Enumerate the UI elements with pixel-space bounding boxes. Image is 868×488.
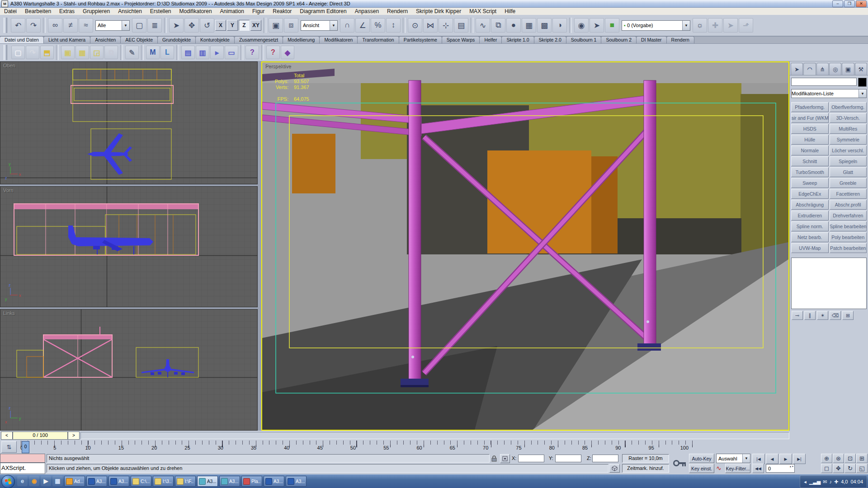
script-listener-icon[interactable]: L xyxy=(160,46,174,59)
render-setup-icon[interactable]: ▦ xyxy=(522,18,536,33)
selection-lock-icon[interactable] xyxy=(491,455,497,463)
axis-constraint-button[interactable]: XY xyxy=(250,20,261,31)
chevron-down-icon[interactable]: ▼ xyxy=(682,21,690,30)
modifier-button[interactable]: TurboSmooth xyxy=(791,167,829,177)
save-incremental-icon[interactable]: ◲ xyxy=(90,46,104,59)
close-button[interactable]: ✕ xyxy=(856,0,867,7)
spinner-snap-icon[interactable]: ↕ xyxy=(386,18,401,33)
key-filters-button[interactable]: Key-Filter... xyxy=(725,464,750,473)
light-lister-icon[interactable]: ☼ xyxy=(693,18,707,33)
menu-item[interactable]: Diagramm Editoren xyxy=(296,8,350,15)
taskbar-button[interactable]: A3... xyxy=(86,476,107,487)
taskbar-button[interactable]: C:\... xyxy=(131,476,151,487)
window-crossing-icon[interactable]: ≣ xyxy=(147,18,162,33)
pointer-grayed-icon[interactable]: ➤ xyxy=(723,18,738,33)
shelf-tab[interactable]: Konturobjekte xyxy=(195,36,235,43)
menu-item[interactable]: Gruppieren xyxy=(79,8,114,15)
modifier-button[interactable]: HSDS xyxy=(791,124,829,134)
maximize-viewport-toggle-icon[interactable]: ◱ xyxy=(856,464,868,473)
maxscript-mini-listener[interactable]: AXScript. xyxy=(0,463,45,474)
play-button[interactable]: ▶ xyxy=(779,454,792,464)
viewport-front[interactable]: Vorn xyxy=(0,186,258,307)
show-end-result-icon[interactable]: ∥ xyxy=(804,311,816,320)
absolute-offset-toggle[interactable] xyxy=(500,454,510,463)
new-script-icon[interactable]: ▤ xyxy=(181,46,195,59)
modifier-button[interactable]: MultiRes xyxy=(830,124,867,134)
modifier-button[interactable]: Netz bearb. xyxy=(791,232,829,242)
modifier-list-dropdown[interactable]: Modifikatoren-Liste ▼ xyxy=(791,89,867,98)
new-scene-icon[interactable]: ▢ xyxy=(11,46,25,59)
modifier-button[interactable]: Schnitt xyxy=(791,156,829,166)
y-coord-field[interactable] xyxy=(555,455,581,462)
zoom-region-icon[interactable]: ◻ xyxy=(821,464,832,473)
schematic-view-icon[interactable]: ⧉ xyxy=(491,18,505,33)
zoom-extents-all-icon[interactable]: ⊞ xyxy=(856,454,868,463)
display-tab[interactable]: ▣ xyxy=(842,63,854,75)
motion-tab[interactable]: ◎ xyxy=(829,63,841,75)
taskbar-button[interactable]: Pla... xyxy=(241,476,262,487)
shelf-tab[interactable]: Skripte 1.0 xyxy=(501,36,534,43)
modifier-stack-list[interactable] xyxy=(791,258,867,309)
shelf-tab[interactable]: Skripte 2.0 xyxy=(534,36,566,43)
use-pivot-center-icon[interactable]: ⧈ xyxy=(284,18,298,33)
select-and-link-icon[interactable]: ∞ xyxy=(48,18,62,33)
previous-frame-arrow[interactable]: < xyxy=(1,432,13,440)
set-key-button[interactable]: Key einst. xyxy=(689,464,714,473)
reference-coordsys-combo[interactable]: Ansicht ▼ xyxy=(301,20,338,31)
zoom-all-icon[interactable]: ⊛ xyxy=(833,454,844,463)
taskbar-button[interactable]: A3... xyxy=(264,476,284,487)
reference-book-icon[interactable]: ◆ xyxy=(281,46,294,59)
percent-snap-icon[interactable]: % xyxy=(371,18,385,33)
shape-grayed-icon[interactable]: ⬏ xyxy=(739,18,753,33)
snap-toggle-3d-icon[interactable]: ∩ xyxy=(340,18,354,33)
fetch-icon[interactable]: ↷ xyxy=(26,46,39,59)
media-player-icon[interactable]: ▶ xyxy=(41,476,51,486)
pin-panel-icon[interactable]: ✎ xyxy=(125,46,139,59)
previous-frame-button[interactable]: ◀ xyxy=(766,454,778,464)
pan-icon[interactable]: ✥ xyxy=(833,464,844,473)
arc-rotate-icon[interactable]: ↻ xyxy=(844,464,856,473)
menu-item[interactable]: Skripte Dirk Kipper xyxy=(412,8,465,15)
taskbar-button[interactable]: I:\F... xyxy=(175,476,196,487)
add-time-tag[interactable]: Zeitmark. hinzuf. xyxy=(622,464,669,473)
hierarchy-tab[interactable]: ⋔ xyxy=(816,63,829,75)
edit-named-selection-sets-icon[interactable]: ⊙ xyxy=(408,18,422,33)
track-bar-strip[interactable] xyxy=(80,432,789,439)
message-icon[interactable]: ✉ xyxy=(823,479,827,485)
modifier-button[interactable]: Spline bearbeiten xyxy=(830,221,867,231)
shelf-tab[interactable]: AEC Objekte xyxy=(120,36,158,43)
layer-cube-icon[interactable]: ■ xyxy=(605,18,619,33)
taskbar-button[interactable]: A3... xyxy=(108,476,129,487)
chevron-down-icon[interactable]: ▼ xyxy=(742,454,750,463)
shelf-tab[interactable]: Transformation xyxy=(357,36,399,43)
configure-modifier-sets-icon[interactable]: ⊞ xyxy=(842,311,854,320)
taskbar-button[interactable]: I:\3... xyxy=(153,476,174,487)
axis-constraint-button[interactable]: Z xyxy=(239,20,250,31)
auto-key-button[interactable]: Auto-Key xyxy=(689,454,714,463)
shelf-tab[interactable]: Zusammengesetzt xyxy=(234,36,283,43)
shelf-tab[interactable]: Rendern xyxy=(666,36,694,43)
taskbar-button[interactable]: Ad... xyxy=(64,476,85,487)
layer-manager-icon[interactable]: ▤ xyxy=(454,18,468,33)
object-color-swatch[interactable] xyxy=(858,78,867,87)
chevron-down-icon[interactable]: ▼ xyxy=(122,21,129,30)
save-file-icon[interactable]: ▣ xyxy=(61,46,75,59)
time-slider-handle[interactable]: 0 xyxy=(22,441,29,453)
unlink-selection-icon[interactable]: ≠ xyxy=(63,18,78,33)
tray-collapse-icon[interactable]: ◂ xyxy=(804,479,807,485)
go-to-start-button[interactable]: |◀ xyxy=(752,454,765,464)
viewport-top-label[interactable]: Oben xyxy=(3,63,15,68)
z-coord-field[interactable] xyxy=(592,455,618,462)
menu-item[interactable]: MAX Script xyxy=(465,8,500,15)
align-icon[interactable]: ⊹ xyxy=(439,18,453,33)
shelf-tab[interactable]: Soulbourn 2 xyxy=(601,36,637,43)
rectangular-selection-region-icon[interactable]: ▢ xyxy=(132,18,146,33)
taskbar-button[interactable]: A3... xyxy=(286,476,307,487)
pin-stack-icon[interactable]: ⊸ xyxy=(792,311,803,320)
make-unique-icon[interactable]: ✶ xyxy=(817,311,828,320)
angle-snap-icon[interactable]: ∠ xyxy=(355,18,370,33)
keyable-filter-combo[interactable]: Auswahl ▼ xyxy=(716,454,750,463)
maximize-button[interactable]: ❐ xyxy=(844,0,855,7)
shelf-tab[interactable]: Datei und Daten xyxy=(0,36,44,43)
shelf-tab[interactable]: Licht und Kamera xyxy=(43,36,90,43)
